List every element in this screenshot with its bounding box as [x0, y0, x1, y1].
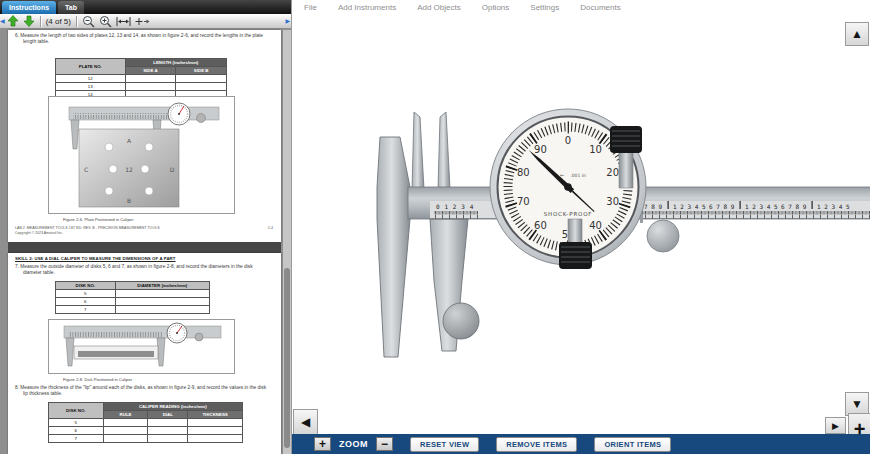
left-tab-bar: Instructions Tab — [0, 0, 291, 14]
instructions-panel: Instructions Tab ◀ (4 of 5) — [0, 0, 291, 454]
zoom-out-button[interactable] — [82, 15, 95, 28]
instruction-item-7: 7. Measure the outside diameter of disks… — [15, 264, 271, 276]
scrollbar-thumb[interactable] — [284, 268, 290, 448]
menu-options[interactable]: Options — [482, 3, 510, 12]
green-down-arrow-icon — [23, 15, 35, 27]
disk-no-cell: 6 — [56, 298, 116, 306]
menu-add-instruments[interactable]: Add Instruments — [338, 3, 396, 12]
empty-cell — [176, 75, 227, 83]
disk-diameter-table: DISK NO. DIAMETER (inches/mm) 5 6 7 — [55, 281, 210, 314]
simulation-panel: File Add Instruments Add Objects Options… — [291, 0, 870, 454]
table-row: 12 — [56, 75, 227, 83]
empty-cell — [103, 435, 148, 443]
reset-view-button[interactable]: RESET VIEW — [410, 437, 479, 452]
upper-jaws — [412, 112, 450, 189]
figure-2-8-caption: Figure 2-8. Disk Positioned in Caliper — [63, 377, 132, 382]
dial-unit-text: .001 in — [570, 173, 586, 178]
page-footer-title: LAB 2: MEASUREMENT TOOLS 1ST ED. REV. B … — [15, 226, 160, 230]
instruction-item-8: 8. Measure the thickness of the "lip" ar… — [15, 385, 271, 397]
disk-no-cell: 6 — [49, 427, 104, 435]
page-footer-copyright: Copyright © 2023 Amatrol Inc. — [15, 231, 63, 235]
beam-scale-seg1: 7 8 9 — [644, 203, 662, 210]
document-viewer[interactable]: 6. Measure the length of two sides of pl… — [0, 30, 291, 454]
3d-workspace[interactable]: 0 1 2 3 4 7 8 9 1 2 3 4 5 6 7 8 9 1 2 3 … — [292, 14, 870, 434]
plate-no-header: PLATE NO. — [56, 59, 126, 75]
disk-no-cell: 7 — [56, 306, 116, 314]
dial-label-30: 30 — [606, 196, 619, 207]
plate-no-cell: 13 — [56, 83, 126, 91]
previous-page-button[interactable] — [7, 15, 19, 27]
dial-label-20: 20 — [606, 167, 619, 178]
zoom-label: ZOOM — [339, 439, 368, 449]
disk-in-caliper-illustration — [49, 320, 236, 375]
menu-add-objects[interactable]: Add Objects — [417, 3, 461, 12]
empty-cell — [125, 83, 176, 91]
thumb-roll-knob[interactable] — [647, 220, 679, 252]
side-b-header: SIDE B — [176, 67, 227, 75]
tab-instructions[interactable]: Instructions — [2, 1, 56, 14]
toolbar-separator — [76, 16, 77, 27]
remove-items-button[interactable]: REMOVE ITEMS — [496, 437, 577, 452]
empty-cell — [103, 419, 148, 427]
table-row: 6 — [49, 427, 243, 435]
menu-documents[interactable]: Documents — [580, 3, 620, 12]
toolbar-scroll-right-icon[interactable]: ▶ — [285, 18, 290, 24]
dial-caliper-instrument[interactable]: 0 1 2 3 4 7 8 9 1 2 3 4 5 6 7 8 9 1 2 3 … — [372, 95, 870, 405]
menu-file[interactable]: File — [304, 3, 317, 12]
empty-cell — [188, 427, 243, 435]
menu-settings[interactable]: Settings — [530, 3, 559, 12]
fixed-jaw — [377, 137, 410, 357]
empty-cell — [103, 427, 148, 435]
empty-cell — [115, 306, 209, 314]
instruction-item-6: 6. Measure the length of two sides of pl… — [15, 33, 271, 45]
empty-cell — [125, 75, 176, 83]
figure-2-8-image — [48, 319, 235, 374]
orient-items-button[interactable]: ORIENT ITEMS — [594, 437, 671, 452]
zoom-out-view-button[interactable]: − — [376, 437, 393, 451]
page-footer-number: 2-4 — [268, 226, 273, 230]
table-row: 13 — [56, 83, 227, 91]
virtual-measurement-app: Instructions Tab ◀ (4 of 5) — [0, 0, 870, 454]
beam-scale-seg2: 1 2 3 4 5 6 7 8 9 — [673, 203, 735, 210]
empty-cell — [148, 435, 188, 443]
disk-no-header: DISK NO. — [56, 282, 116, 290]
tab-tab[interactable]: Tab — [58, 1, 84, 14]
dial-header: DIAL — [148, 411, 188, 419]
disk-no-header: DISK NO. — [49, 403, 104, 419]
dial-label-80: 80 — [517, 167, 530, 178]
fit-width-button[interactable] — [116, 16, 131, 27]
empty-cell — [148, 419, 188, 427]
side-a-header: SIDE A — [125, 67, 176, 75]
pan-up-button[interactable]: ▲ — [845, 22, 869, 46]
thickness-header: THICKNESS — [188, 411, 243, 419]
magnifier-plus-icon — [99, 15, 112, 28]
fit-page-button[interactable] — [135, 16, 150, 27]
plate-no-cell: 12 — [56, 75, 126, 83]
dial-label-70: 70 — [517, 196, 530, 207]
disk-lip-thickness-table: DISK NO. CALIPER READING (inches/mm) RUL… — [48, 402, 243, 443]
toolbar-separator — [40, 16, 41, 27]
empty-cell — [148, 427, 188, 435]
corner-zoom-in-button[interactable]: + — [848, 413, 870, 434]
plate-label-b: B — [127, 197, 131, 204]
figure-2-6-caption: Figure 2-6. Plate Positioned in Caliper — [63, 217, 134, 222]
beam-scale-seg3: 1 2 3 4 5 6 7 8 9 — [745, 203, 807, 210]
toolbar-scroll-left-icon[interactable]: ◀ — [0, 18, 5, 24]
green-up-arrow-icon — [7, 15, 19, 27]
skill-heading: SKILL 2: USE A DIAL CALIPER TO MEASURE T… — [15, 256, 176, 261]
fit-width-icon — [116, 16, 131, 27]
document-scrollbar[interactable] — [283, 30, 291, 454]
zoom-in-button[interactable] — [99, 15, 112, 28]
zoom-in-view-button[interactable]: + — [314, 437, 331, 451]
pdf-toolbar: ◀ (4 of 5) — [0, 14, 291, 29]
next-page-button[interactable] — [23, 15, 35, 27]
beam-ticks-right — [642, 211, 870, 219]
page-separator — [8, 242, 281, 253]
pan-left-button[interactable]: ◀ — [293, 409, 318, 434]
table-row: 7 — [56, 306, 210, 314]
plate-in-caliper-illustration: A C 12 D B — [49, 97, 236, 215]
fit-page-icon — [135, 16, 150, 27]
page-indicator: (4 of 5) — [46, 17, 71, 26]
dial-label-10: 10 — [589, 144, 602, 155]
pan-right-button[interactable]: ▶ — [825, 417, 846, 434]
